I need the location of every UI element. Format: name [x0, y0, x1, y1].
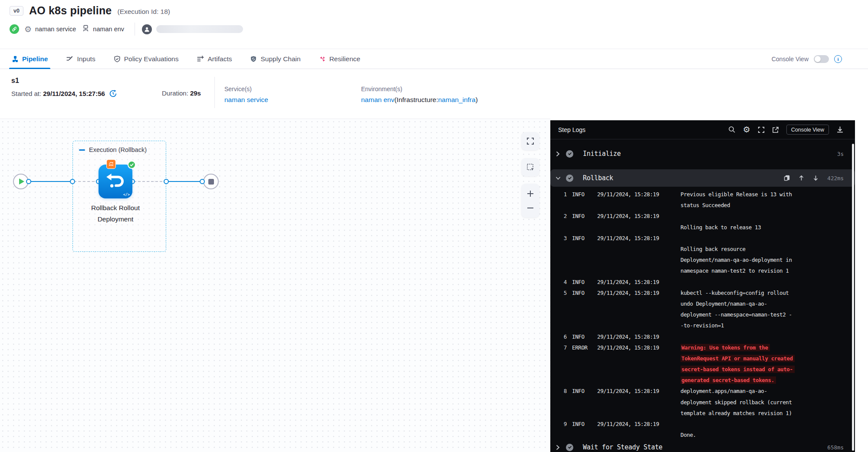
step-success-check-icon — [128, 161, 136, 169]
canvas-fullscreen-button[interactable] — [521, 132, 539, 150]
step-duration: 658ms — [827, 444, 844, 451]
header-divider — [135, 23, 135, 36]
tab-artifacts[interactable]: Artifacts — [197, 49, 232, 69]
connector-dot — [26, 179, 31, 184]
log-line: 5INFO29/11/2024, 15:28:19kubectl --kubec… — [550, 287, 855, 298]
version-badge: v0 — [10, 6, 23, 16]
info-icon[interactable]: i — [834, 55, 842, 63]
pipeline-execution-page: v0 AO k8s pipeline (Execution Id: 18) ⚙ … — [0, 0, 868, 452]
stage-summary: s1 Started at: 29/11/2024, 15:27:56 Dura… — [0, 69, 868, 119]
code-badge: </> — [123, 192, 130, 197]
stage-divider — [214, 77, 215, 108]
log-line: 7ERROR29/11/2024, 15:28:19Warning: Use t… — [550, 342, 855, 353]
service-link[interactable]: naman service — [224, 96, 268, 103]
service-gear-icon[interactable]: ⚙ — [24, 25, 32, 33]
tab-resilience[interactable]: Resilience — [319, 49, 361, 69]
execution-id: (Execution Id: 18) — [117, 6, 170, 16]
rollout-undo-icon — [105, 171, 126, 192]
supply-chain-shield-icon — [250, 56, 257, 63]
collapse-group-button[interactable] — [79, 149, 85, 151]
step-success-icon — [566, 444, 573, 451]
redacted-user-email — [156, 25, 243, 33]
step-logs-panel: Step Logs ⚙ Console View — [550, 120, 855, 452]
connector-status-icon — [10, 24, 19, 34]
log-line: namespace naman-test2 to revision 1 — [550, 265, 855, 276]
header-environment-name[interactable]: naman env — [93, 26, 124, 33]
history-icon[interactable] — [109, 89, 117, 98]
marquee-select-icon — [526, 163, 534, 171]
pipeline-icon — [12, 56, 19, 63]
log-line: generated secret-based tokens. — [550, 375, 855, 386]
step-row-rollback[interactable]: Rollback 422ms — [550, 169, 855, 187]
chevron-down-icon[interactable] — [556, 176, 561, 180]
tab-supply-chain[interactable]: Supply Chain — [250, 49, 300, 69]
step-row-wait-steady-state[interactable]: Wait for Steady State 658ms — [550, 439, 855, 452]
step-duration: 3s — [837, 151, 844, 157]
log-line: Rolling back resource — [550, 244, 855, 254]
pipeline-end-node[interactable] — [203, 174, 219, 189]
tab-pipeline[interactable]: Pipeline — [12, 49, 48, 69]
log-settings-gear-icon[interactable]: ⚙ — [743, 125, 750, 134]
log-line: -to-revision=1 — [550, 320, 855, 331]
log-line: 9INFO29/11/2024, 15:28:19 — [550, 419, 855, 429]
log-line: secret-based tokens instead of auto- — [550, 364, 855, 375]
tab-inputs[interactable]: Inputs — [66, 49, 95, 69]
chevron-right-icon[interactable] — [556, 445, 561, 450]
log-line: 3INFO29/11/2024, 15:28:19 — [550, 233, 855, 244]
zoom-in-button[interactable] — [526, 189, 535, 198]
step-duration: 422ms — [827, 175, 844, 181]
step-row-initialize[interactable]: Initialize 3s — [550, 145, 855, 162]
services-label: Service(s) — [224, 86, 268, 92]
log-line: template already matches revision 1) — [550, 408, 855, 419]
play-icon — [19, 178, 24, 185]
download-logs-icon[interactable] — [836, 126, 844, 133]
log-lines-container[interactable]: 1INFO29/11/2024, 15:28:19Previous eligib… — [550, 189, 855, 440]
artifacts-icon — [197, 55, 204, 63]
canvas-zoom-controls — [521, 184, 539, 218]
canvas-marquee-select-button[interactable] — [521, 158, 539, 176]
started-at-value: 29/11/2024, 15:27:56 — [43, 90, 105, 97]
step-success-icon — [566, 175, 573, 182]
rollback-step-node[interactable]: </> — [99, 165, 132, 198]
step-logs-title: Step Logs — [558, 126, 728, 133]
environments-label: Environment(s) — [361, 86, 478, 92]
scroll-down-icon[interactable] — [813, 175, 819, 181]
log-search-icon[interactable] — [728, 126, 736, 133]
log-line: TokenRequest API or manually created — [550, 353, 855, 364]
log-line: status Succeeded — [550, 200, 855, 211]
header-service-name[interactable]: naman service — [35, 26, 76, 33]
edge-group-to-end — [167, 181, 203, 182]
group-label: Execution (Rollback) — [89, 146, 147, 153]
log-line: 4INFO29/11/2024, 15:28:19 — [550, 277, 855, 287]
tab-policy-evaluations[interactable]: Policy Evaluations — [114, 49, 179, 69]
environments-block: Environment(s) naman env(Infrastructure:… — [361, 86, 478, 104]
step-logs-header: Step Logs ⚙ Console View — [550, 120, 855, 139]
title-row: v0 AO k8s pipeline (Execution Id: 18) — [10, 4, 170, 17]
pipeline-canvas[interactable]: Execution (Rollback) — [0, 119, 550, 452]
duration-value: 29s — [190, 89, 201, 97]
step-success-icon — [566, 150, 573, 158]
log-fullscreen-icon[interactable] — [758, 126, 765, 133]
console-view-toggle[interactable] — [814, 55, 829, 63]
environment-icon — [82, 25, 89, 34]
stop-icon — [208, 179, 214, 185]
log-line: deployment skipped rollback (current — [550, 397, 855, 408]
log-line: Rolling back to release 13 — [550, 222, 855, 233]
open-in-new-tab-icon[interactable] — [772, 126, 779, 133]
chevron-right-icon[interactable] — [556, 151, 561, 157]
step-type-badge — [106, 159, 116, 169]
log-console-view-button[interactable]: Console View — [786, 125, 829, 135]
zoom-out-button[interactable] — [526, 204, 535, 212]
log-line: undo Deployment/naman-qa-ao- — [550, 298, 855, 309]
meta-row: ⚙ naman service naman env — [10, 23, 243, 36]
page-header: v0 AO k8s pipeline (Execution Id: 18) ⚙ … — [0, 0, 868, 49]
infrastructure-link[interactable]: naman_infra — [438, 96, 475, 103]
log-scrollbar[interactable] — [852, 144, 854, 451]
copy-logs-icon[interactable] — [784, 175, 790, 181]
duration: Duration: 29s — [162, 89, 201, 97]
connector-dot — [200, 179, 205, 184]
edge-start-to-group — [26, 181, 74, 182]
execution-tabbar: Pipeline Inputs Policy Evaluations Artif… — [0, 49, 868, 69]
scroll-up-icon[interactable] — [799, 175, 804, 181]
environment-link[interactable]: naman env — [361, 96, 395, 103]
